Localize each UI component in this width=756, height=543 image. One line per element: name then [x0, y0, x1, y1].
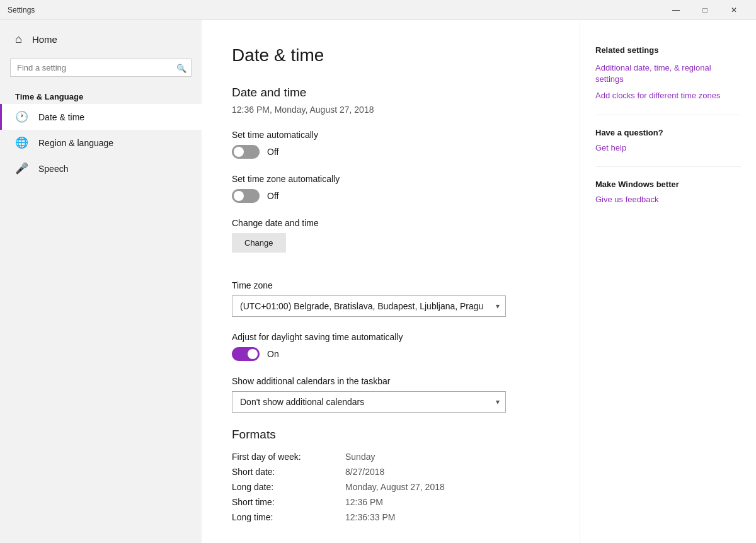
app-body: ⌂ Home 🔍 Time & Language 🕐 Date & time 🌐…	[0, 20, 756, 543]
page-title: Date & time	[232, 45, 549, 66]
search-icon: 🔍	[176, 63, 186, 72]
set-time-auto-label: Set time automatically	[232, 130, 549, 140]
main-content: Date & time Date and time 12:36 PM, Mond…	[202, 20, 580, 543]
date-time-icon: 🕐	[15, 110, 28, 123]
timezone-group: Time zone (UTC+01:00) Belgrade, Bratisla…	[232, 280, 549, 317]
set-time-auto-group: Set time automatically Off	[232, 130, 549, 159]
sidebar-item-date-time-label: Date & time	[38, 112, 84, 122]
set-timezone-auto-toggle[interactable]	[232, 189, 260, 203]
sidebar-item-date-time[interactable]: 🕐 Date & time	[0, 104, 202, 130]
format-key-short-date: Short date:	[232, 467, 345, 477]
change-datetime-label: Change date and time	[232, 218, 549, 228]
timezone-select[interactable]: (UTC+01:00) Belgrade, Bratislava, Budape…	[232, 295, 506, 317]
timezone-dropdown-wrapper: (UTC+01:00) Belgrade, Bratislava, Budape…	[232, 295, 506, 317]
app-title: Settings	[8, 6, 662, 14]
related-link-additional-date[interactable]: Additional date, time, & regional settin…	[595, 62, 741, 85]
right-panel: Related settings Additional date, time, …	[580, 20, 756, 543]
set-time-auto-toggle-row: Off	[232, 145, 549, 159]
search-container: 🔍	[10, 59, 192, 77]
maximize-button[interactable]: □	[690, 0, 719, 20]
set-timezone-auto-toggle-row: Off	[232, 189, 549, 203]
sidebar: ⌂ Home 🔍 Time & Language 🕐 Date & time 🌐…	[0, 20, 202, 543]
search-input[interactable]	[10, 59, 192, 77]
format-key-week: First day of week:	[232, 452, 345, 462]
formats-section: Formats First day of week: Sunday Short …	[232, 428, 549, 522]
get-help-link[interactable]: Get help	[595, 142, 741, 154]
give-feedback-link[interactable]: Give us feedback	[595, 194, 741, 205]
set-timezone-auto-group: Set time zone automatically Off	[232, 174, 549, 203]
additional-calendars-select[interactable]: Don't show additional calendars Simplifi…	[232, 391, 506, 413]
right-divider-2	[595, 166, 741, 167]
format-value-long-date: Monday, August 27, 2018	[345, 482, 445, 492]
minimize-button[interactable]: —	[662, 0, 690, 20]
current-datetime: 12:36 PM, Monday, August 27, 2018	[232, 105, 549, 115]
change-datetime-group: Change date and time Change	[232, 218, 549, 265]
toggle-thumb-2	[234, 191, 244, 201]
window-controls: — □ ✕	[662, 0, 748, 20]
daylight-state: On	[267, 349, 279, 359]
set-time-auto-state: Off	[267, 147, 278, 157]
format-row-long-date: Long date: Monday, August 27, 2018	[232, 482, 549, 492]
titlebar: Settings — □ ✕	[0, 0, 756, 20]
timezone-label: Time zone	[232, 280, 549, 290]
additional-calendars-dropdown-wrapper: Don't show additional calendars Simplifi…	[232, 391, 506, 413]
make-better-title: Make Windows better	[595, 180, 741, 189]
daylight-toggle[interactable]	[232, 347, 260, 361]
speech-icon: 🎤	[15, 162, 28, 175]
section-date-time-title: Date and time	[232, 86, 549, 100]
daylight-label: Adjust for daylight saving time automati…	[232, 332, 549, 342]
format-row-short-date: Short date: 8/27/2018	[232, 467, 549, 477]
format-value-short-date: 8/27/2018	[345, 467, 384, 477]
home-label: Home	[32, 34, 57, 45]
close-button[interactable]: ✕	[719, 0, 748, 20]
sidebar-item-region-label: Region & language	[38, 138, 113, 148]
sidebar-item-speech[interactable]: 🎤 Speech	[0, 156, 202, 181]
sidebar-item-region-language[interactable]: 🌐 Region & language	[0, 130, 202, 156]
format-row-week: First day of week: Sunday	[232, 452, 549, 462]
toggle-thumb	[234, 147, 244, 157]
format-row-long-time: Long time: 12:36:33 PM	[232, 512, 549, 522]
related-settings-title: Related settings	[595, 45, 741, 55]
format-key-long-date: Long date:	[232, 482, 345, 492]
format-value-long-time: 12:36:33 PM	[345, 512, 395, 522]
formats-title: Formats	[232, 428, 549, 442]
have-question-title: Have a question?	[595, 128, 741, 137]
format-key-long-time: Long time:	[232, 512, 345, 522]
daylight-toggle-row: On	[232, 347, 549, 361]
related-link-add-clocks[interactable]: Add clocks for different time zones	[595, 90, 741, 101]
format-row-short-time: Short time: 12:36 PM	[232, 497, 549, 507]
toggle-thumb-3	[248, 349, 258, 359]
set-timezone-auto-label: Set time zone automatically	[232, 174, 549, 184]
daylight-group: Adjust for daylight saving time automati…	[232, 332, 549, 361]
sidebar-section-title: Time & Language	[0, 87, 202, 104]
home-icon: ⌂	[15, 33, 22, 46]
additional-calendars-label: Show additional calendars in the taskbar	[232, 376, 549, 386]
format-key-short-time: Short time:	[232, 497, 345, 507]
right-divider-1	[595, 115, 741, 115]
region-icon: 🌐	[15, 136, 28, 149]
sidebar-item-speech-label: Speech	[38, 164, 68, 174]
home-nav-item[interactable]: ⌂ Home	[0, 25, 202, 54]
set-time-auto-toggle[interactable]	[232, 145, 260, 159]
change-button[interactable]: Change	[232, 233, 286, 253]
format-value-short-time: 12:36 PM	[345, 497, 383, 507]
format-value-week: Sunday	[345, 452, 375, 462]
additional-calendars-group: Show additional calendars in the taskbar…	[232, 376, 549, 413]
set-timezone-auto-state: Off	[267, 191, 278, 201]
